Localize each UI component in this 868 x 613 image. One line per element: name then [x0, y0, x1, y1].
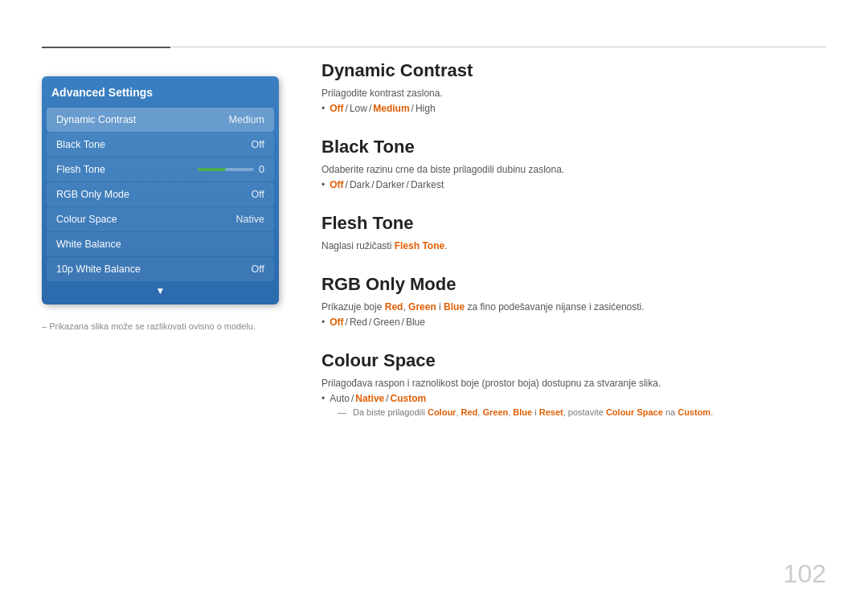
rgb-blue: Blue: [444, 301, 465, 313]
section-dynamic-contrast: Dynamic Contrast Prilagodite kontrast za…: [321, 60, 826, 114]
section-title-dynamic-contrast: Dynamic Contrast: [321, 60, 826, 81]
opt-rgb-blue: Blue: [406, 317, 425, 328]
opt-rgb-green: Green: [373, 317, 399, 328]
menu-item-black-tone[interactable]: Black Tone Off: [47, 133, 274, 157]
opt-cs-native: Native: [355, 393, 384, 404]
bullet-dc: •: [321, 103, 325, 114]
section-title-black-tone: Black Tone: [321, 137, 826, 157]
sn-reset: Reset: [539, 407, 563, 417]
top-line-dark: [42, 47, 170, 48]
menu-value-dynamic-contrast: Medium: [229, 114, 264, 125]
menu-label-10p-white-balance: 10p White Balance: [56, 264, 141, 275]
flesh-tone-highlight: Flesh Tone: [395, 240, 444, 251]
menu-item-10p-white-balance[interactable]: 10p White Balance Off: [47, 257, 274, 281]
menu-item-flesh-tone[interactable]: Flesh Tone 0: [47, 157, 274, 182]
section-black-tone: Black Tone Odaberite razinu crne da bist…: [321, 137, 826, 190]
section-rgb-only-mode: RGB Only Mode Prikazuje boje Red, Green …: [321, 274, 826, 328]
advanced-settings-title: Advanced Settings: [42, 86, 279, 107]
menu-label-flesh-tone: Flesh Tone: [56, 164, 105, 175]
section-title-rgb-only-mode: RGB Only Mode: [321, 274, 826, 295]
sub-note-colour-space: — Da biste prilagodili Colour, Red, Gree…: [321, 407, 826, 417]
opt-cs-auto: Auto: [330, 393, 350, 404]
sep-cs-2: /: [386, 393, 388, 404]
bullet-bt: •: [321, 179, 325, 190]
opt-bt-off: Off: [330, 179, 343, 190]
sep-dc-3: /: [411, 103, 414, 114]
page-number: 102: [784, 559, 826, 589]
sn-green: Green: [482, 407, 508, 417]
menu-label-colour-space: Colour Space: [56, 214, 117, 225]
dropdown-arrow[interactable]: ▼: [42, 282, 279, 298]
section-title-flesh-tone: Flesh Tone: [321, 213, 826, 234]
menu-label-black-tone: Black Tone: [56, 139, 105, 150]
menu-value-flesh-tone: 0: [259, 164, 264, 175]
sep-dc-2: /: [369, 103, 371, 114]
options-dynamic-contrast: • Off / Low / Medium / High: [321, 103, 826, 114]
sn-custom: Custom: [678, 407, 710, 417]
opt-dc-high: High: [416, 103, 436, 114]
menu-item-white-balance[interactable]: White Balance: [47, 232, 274, 256]
opt-rgb-off: Off: [330, 317, 343, 328]
opt-dc-medium: Medium: [373, 103, 409, 114]
flesh-tone-slider-track[interactable]: [198, 168, 254, 171]
advanced-settings-box: Advanced Settings Dynamic Contrast Mediu…: [42, 76, 279, 304]
section-colour-space: Colour Space Prilagođava raspon i raznol…: [321, 350, 826, 417]
section-desc-rgb-only-mode: Prikazuje boje Red, Green i Blue za fino…: [321, 301, 826, 313]
right-content: Dynamic Contrast Prilagodite kontrast za…: [321, 60, 826, 439]
sub-note-dash: —: [338, 407, 346, 417]
sn-colour-space: Colour Space: [606, 407, 663, 417]
flesh-tone-slider-container: 0: [198, 164, 264, 175]
menu-label-white-balance: White Balance: [56, 239, 121, 250]
sep-rgb-2: /: [369, 317, 371, 328]
sn-red: Red: [461, 407, 478, 417]
sep-rgb-3: /: [402, 317, 404, 328]
opt-rgb-red: Red: [350, 317, 367, 328]
section-desc-colour-space: Prilagođava raspon i raznolikost boje (p…: [321, 378, 826, 389]
menu-value-10p-white-balance: Off: [252, 264, 264, 275]
sep-bt-2: /: [371, 179, 374, 190]
sep-dc-1: /: [346, 103, 348, 114]
sub-note-text: Da biste prilagodili Colour, Red, Green,…: [353, 407, 713, 417]
sep-bt-3: /: [407, 179, 409, 190]
bullet-cs: •: [321, 393, 325, 404]
sep-rgb-1: /: [346, 317, 348, 328]
opt-dc-low: Low: [350, 103, 367, 114]
opt-bt-dark: Dark: [350, 179, 370, 190]
rgb-green: Green: [408, 301, 436, 313]
sep-cs-1: /: [351, 393, 354, 404]
options-black-tone: • Off / Dark / Darker / Darkest: [321, 179, 826, 190]
opt-cs-custom: Custom: [391, 393, 427, 404]
section-desc-black-tone: Odaberite razinu crne da biste prilagodi…: [321, 164, 826, 175]
menu-item-colour-space[interactable]: Colour Space Native: [47, 207, 274, 231]
menu-label-rgb-only-mode: RGB Only Mode: [56, 189, 129, 200]
menu-value-rgb-only-mode: Off: [252, 189, 264, 200]
opt-dc-off: Off: [330, 103, 343, 114]
menu-item-rgb-only-mode[interactable]: RGB Only Mode Off: [47, 182, 274, 206]
menu-item-dynamic-contrast[interactable]: Dynamic Contrast Medium: [47, 108, 274, 132]
sep-bt-1: /: [346, 179, 348, 190]
opt-bt-darker: Darker: [376, 179, 405, 190]
section-desc-dynamic-contrast: Prilagodite kontrast zaslona.: [321, 88, 826, 99]
opt-bt-darkest: Darkest: [411, 179, 444, 190]
flesh-tone-slider-fill: [198, 168, 226, 171]
menu-value-black-tone: Off: [252, 139, 264, 150]
menu-value-colour-space: Native: [236, 214, 264, 225]
options-rgb: • Off / Red / Green / Blue: [321, 317, 826, 328]
rgb-red: Red: [385, 301, 403, 313]
caption: – Prikazana slika može se razlikovati ov…: [42, 321, 256, 331]
menu-label-dynamic-contrast: Dynamic Contrast: [56, 114, 136, 125]
section-title-colour-space: Colour Space: [321, 350, 826, 371]
sn-blue: Blue: [513, 407, 532, 417]
section-desc-flesh-tone: Naglasi ružičasti Flesh Tone.: [321, 240, 826, 251]
options-colour-space: • Auto / Native / Custom: [321, 393, 826, 404]
section-flesh-tone: Flesh Tone Naglasi ružičasti Flesh Tone.: [321, 213, 826, 251]
left-panel: Advanced Settings Dynamic Contrast Mediu…: [42, 76, 279, 304]
sn-colour: Colour: [428, 407, 456, 417]
bullet-rgb: •: [321, 317, 325, 328]
